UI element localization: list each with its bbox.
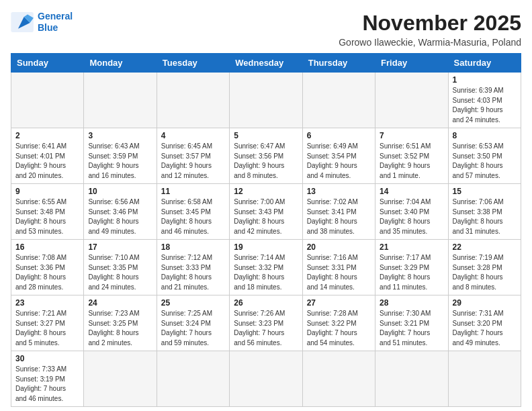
day-number: 5 (234, 131, 298, 140)
calendar-day-cell (157, 73, 229, 128)
day-info: Sunrise: 7:26 AM Sunset: 3:23 PM Dayligh… (234, 309, 298, 348)
calendar-day-cell (302, 351, 375, 407)
day-info: Sunrise: 6:41 AM Sunset: 4:01 PM Dayligh… (15, 142, 79, 181)
calendar-day-cell: 17Sunrise: 7:10 AM Sunset: 3:35 PM Dayli… (84, 240, 157, 295)
calendar-day-cell (230, 351, 302, 407)
calendar-day-cell: 22Sunrise: 7:19 AM Sunset: 3:28 PM Dayli… (448, 240, 521, 295)
day-number: 7 (380, 131, 443, 140)
day-number: 10 (88, 187, 152, 196)
day-info: Sunrise: 7:12 AM Sunset: 3:33 PM Dayligh… (161, 253, 225, 292)
day-number: 4 (161, 131, 225, 140)
day-number: 22 (453, 242, 517, 252)
day-number: 19 (234, 242, 298, 252)
day-number: 13 (307, 187, 371, 196)
day-number: 18 (161, 242, 225, 252)
day-info: Sunrise: 6:49 AM Sunset: 3:54 PM Dayligh… (307, 142, 371, 181)
day-info: Sunrise: 6:56 AM Sunset: 3:46 PM Dayligh… (88, 197, 152, 236)
calendar-day-cell: 11Sunrise: 6:58 AM Sunset: 3:45 PM Dayli… (157, 184, 229, 240)
calendar-day-cell: 8Sunrise: 6:53 AM Sunset: 3:50 PM Daylig… (448, 128, 521, 184)
day-info: Sunrise: 7:06 AM Sunset: 3:38 PM Dayligh… (453, 197, 517, 236)
calendar-day-cell (375, 351, 448, 407)
weekday-header-tuesday: Tuesday (157, 54, 229, 73)
calendar-week-row: 30Sunrise: 7:33 AM Sunset: 3:19 PM Dayli… (11, 351, 521, 407)
day-number: 30 (15, 354, 79, 363)
calendar-day-cell: 12Sunrise: 7:00 AM Sunset: 3:43 PM Dayli… (230, 184, 302, 240)
calendar-header-row: SundayMondayTuesdayWednesdayThursdayFrid… (11, 54, 521, 73)
logo-text: General Blue (38, 11, 73, 34)
day-info: Sunrise: 7:21 AM Sunset: 3:27 PM Dayligh… (15, 309, 79, 348)
calendar-day-cell: 3Sunrise: 6:43 AM Sunset: 3:59 PM Daylig… (84, 128, 157, 184)
page-header: General Blue November 2025 Gorowo Ilawec… (11, 11, 521, 48)
calendar-day-cell: 23Sunrise: 7:21 AM Sunset: 3:27 PM Dayli… (11, 295, 84, 351)
day-info: Sunrise: 7:08 AM Sunset: 3:36 PM Dayligh… (15, 253, 79, 292)
day-number: 12 (234, 187, 298, 196)
day-info: Sunrise: 7:23 AM Sunset: 3:25 PM Dayligh… (88, 309, 152, 348)
calendar-day-cell: 7Sunrise: 6:51 AM Sunset: 3:52 PM Daylig… (375, 128, 448, 184)
calendar-week-row: 23Sunrise: 7:21 AM Sunset: 3:27 PM Dayli… (11, 295, 521, 351)
weekday-header-wednesday: Wednesday (230, 54, 302, 73)
day-number: 28 (380, 298, 443, 308)
day-info: Sunrise: 7:33 AM Sunset: 3:19 PM Dayligh… (15, 365, 79, 404)
day-number: 27 (307, 298, 371, 308)
weekday-header-monday: Monday (84, 54, 157, 73)
day-number: 25 (161, 298, 225, 308)
day-info: Sunrise: 6:39 AM Sunset: 4:03 PM Dayligh… (453, 86, 517, 125)
calendar-day-cell (84, 351, 157, 407)
calendar-day-cell: 18Sunrise: 7:12 AM Sunset: 3:33 PM Dayli… (157, 240, 229, 295)
calendar-day-cell: 10Sunrise: 6:56 AM Sunset: 3:46 PM Dayli… (84, 184, 157, 240)
calendar-day-cell: 27Sunrise: 7:28 AM Sunset: 3:22 PM Dayli… (302, 295, 375, 351)
day-number: 15 (453, 187, 517, 196)
calendar-day-cell (84, 73, 157, 128)
weekday-header-thursday: Thursday (302, 54, 375, 73)
calendar-day-cell: 16Sunrise: 7:08 AM Sunset: 3:36 PM Dayli… (11, 240, 84, 295)
day-info: Sunrise: 7:00 AM Sunset: 3:43 PM Dayligh… (234, 197, 298, 236)
calendar-week-row: 1Sunrise: 6:39 AM Sunset: 4:03 PM Daylig… (11, 73, 521, 128)
day-number: 8 (453, 131, 517, 140)
day-number: 6 (307, 131, 371, 140)
day-info: Sunrise: 7:31 AM Sunset: 3:20 PM Dayligh… (453, 309, 517, 348)
day-info: Sunrise: 7:16 AM Sunset: 3:31 PM Dayligh… (307, 253, 371, 292)
calendar-day-cell: 30Sunrise: 7:33 AM Sunset: 3:19 PM Dayli… (11, 351, 84, 407)
calendar-day-cell: 2Sunrise: 6:41 AM Sunset: 4:01 PM Daylig… (11, 128, 84, 184)
calendar-week-row: 9Sunrise: 6:55 AM Sunset: 3:48 PM Daylig… (11, 184, 521, 240)
calendar-day-cell (157, 351, 229, 407)
day-number: 24 (88, 298, 152, 308)
day-info: Sunrise: 7:04 AM Sunset: 3:40 PM Dayligh… (380, 197, 443, 236)
logo: General Blue (11, 11, 73, 34)
calendar-day-cell: 28Sunrise: 7:30 AM Sunset: 3:21 PM Dayli… (375, 295, 448, 351)
calendar-day-cell: 25Sunrise: 7:25 AM Sunset: 3:24 PM Dayli… (157, 295, 229, 351)
calendar-day-cell (448, 351, 521, 407)
day-info: Sunrise: 6:43 AM Sunset: 3:59 PM Dayligh… (88, 142, 152, 181)
day-number: 11 (161, 187, 225, 196)
day-info: Sunrise: 7:17 AM Sunset: 3:29 PM Dayligh… (380, 253, 443, 292)
day-info: Sunrise: 6:53 AM Sunset: 3:50 PM Dayligh… (453, 142, 517, 181)
day-info: Sunrise: 6:55 AM Sunset: 3:48 PM Dayligh… (15, 197, 79, 236)
day-number: 9 (15, 187, 79, 196)
calendar-day-cell: 29Sunrise: 7:31 AM Sunset: 3:20 PM Dayli… (448, 295, 521, 351)
day-number: 23 (15, 298, 79, 308)
day-number: 21 (380, 242, 443, 252)
weekday-header-saturday: Saturday (448, 54, 521, 73)
day-info: Sunrise: 6:45 AM Sunset: 3:57 PM Dayligh… (161, 142, 225, 181)
calendar-day-cell (11, 73, 84, 128)
day-info: Sunrise: 6:58 AM Sunset: 3:45 PM Dayligh… (161, 197, 225, 236)
calendar-day-cell: 19Sunrise: 7:14 AM Sunset: 3:32 PM Dayli… (230, 240, 302, 295)
day-number: 14 (380, 187, 443, 196)
day-number: 26 (234, 298, 298, 308)
day-info: Sunrise: 7:14 AM Sunset: 3:32 PM Dayligh… (234, 253, 298, 292)
calendar-day-cell (230, 73, 302, 128)
calendar-day-cell: 24Sunrise: 7:23 AM Sunset: 3:25 PM Dayli… (84, 295, 157, 351)
calendar-day-cell: 15Sunrise: 7:06 AM Sunset: 3:38 PM Dayli… (448, 184, 521, 240)
day-number: 16 (15, 242, 79, 252)
day-number: 20 (307, 242, 371, 252)
calendar-week-row: 16Sunrise: 7:08 AM Sunset: 3:36 PM Dayli… (11, 240, 521, 295)
calendar-day-cell: 26Sunrise: 7:26 AM Sunset: 3:23 PM Dayli… (230, 295, 302, 351)
calendar-week-row: 2Sunrise: 6:41 AM Sunset: 4:01 PM Daylig… (11, 128, 521, 184)
day-number: 3 (88, 131, 152, 140)
title-section: November 2025 Gorowo Ilaweckie, Warmia-M… (339, 11, 521, 48)
day-number: 17 (88, 242, 152, 252)
calendar-day-cell: 9Sunrise: 6:55 AM Sunset: 3:48 PM Daylig… (11, 184, 84, 240)
day-number: 29 (453, 298, 517, 308)
calendar-day-cell: 14Sunrise: 7:04 AM Sunset: 3:40 PM Dayli… (375, 184, 448, 240)
day-info: Sunrise: 7:19 AM Sunset: 3:28 PM Dayligh… (453, 253, 517, 292)
